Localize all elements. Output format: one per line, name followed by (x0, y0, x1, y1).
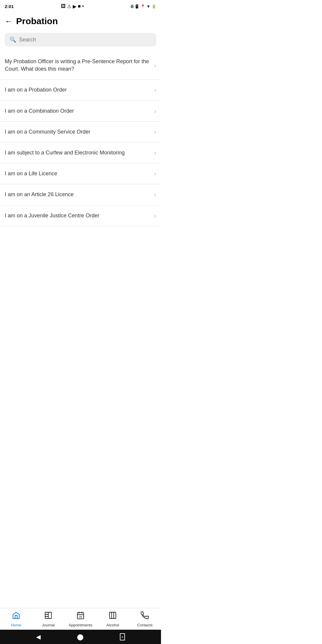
page-title: Probation (16, 16, 58, 26)
list-item-text: I am on a Community Service Order (5, 128, 154, 136)
bluetooth-icon: ⎙ (131, 4, 133, 9)
status-left-icons: 🖼 ⚠ ▶ ■ • (61, 4, 84, 9)
chevron-right-icon: › (154, 191, 156, 198)
status-right-icons: ⎙ 📳 📍 ▼ 🔋 (131, 4, 156, 9)
status-bar: 2:01 🖼 ⚠ ▶ ■ • ⎙ 📳 📍 ▼ 🔋 (0, 0, 161, 12)
stop-icon: ■ (78, 4, 81, 9)
search-input[interactable] (19, 37, 151, 43)
list-item[interactable]: I am on a Probation Order › (0, 80, 161, 100)
list-item-text: I am on a Life Licence (5, 170, 154, 177)
chevron-right-icon: › (154, 129, 156, 135)
chevron-right-icon: › (154, 62, 156, 69)
search-box: 🔍 (5, 33, 156, 47)
battery-icon: 🔋 (151, 4, 156, 9)
status-time: 2:01 (5, 4, 14, 9)
list-item-text: I am on a Combination Order (5, 107, 154, 115)
search-container: 🔍 (0, 30, 161, 51)
list-item-text: I am on an Article 26 Licence (5, 191, 154, 198)
chevron-right-icon: › (154, 86, 156, 93)
list-item-text: I am subject to a Curfew and Electronic … (5, 149, 154, 157)
wifi-icon: ▼ (146, 4, 150, 9)
location-icon: 📍 (140, 4, 145, 9)
list-item-text: I am on a Juvenile Justice Centre Order (5, 212, 154, 219)
list-item[interactable]: I am on a Juvenile Justice Centre Order … (0, 205, 161, 226)
list-item[interactable]: I am subject to a Curfew and Electronic … (0, 143, 161, 163)
chevron-right-icon: › (154, 170, 156, 177)
header: ← Probation (0, 12, 161, 30)
back-button[interactable]: ← (5, 17, 13, 26)
list-item[interactable]: I am on an Article 26 Licence › (0, 184, 161, 205)
search-icon: 🔍 (10, 36, 16, 43)
warning-icon: ⚠ (67, 4, 71, 9)
list-item[interactable]: I am on a Life Licence › (0, 163, 161, 184)
list-item[interactable]: My Probation Officer is writing a Pre-Se… (0, 51, 161, 80)
chevron-right-icon: › (154, 212, 156, 219)
list-item[interactable]: I am on a Community Service Order › (0, 122, 161, 143)
play-icon: ▶ (73, 4, 76, 9)
chevron-right-icon: › (154, 108, 156, 114)
gallery-icon: 🖼 (61, 4, 66, 9)
list-item-text: My Probation Officer is writing a Pre-Se… (5, 58, 154, 73)
list: My Probation Officer is writing a Pre-Se… (0, 51, 161, 226)
chevron-right-icon: › (154, 149, 156, 156)
list-item-text: I am on a Probation Order (5, 86, 154, 94)
vibrate-icon: 📳 (134, 4, 139, 9)
list-item[interactable]: I am on a Combination Order › (0, 101, 161, 122)
dot-icon: • (82, 4, 84, 9)
